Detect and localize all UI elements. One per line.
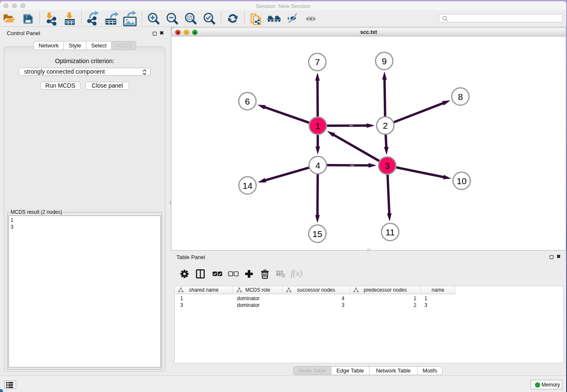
svg-text:7: 7 — [315, 57, 320, 67]
svg-text:14: 14 — [242, 181, 253, 190]
svg-text:4: 4 — [315, 160, 320, 170]
svg-text:1: 1 — [315, 121, 320, 131]
svg-text:8: 8 — [458, 92, 463, 102]
svg-text:15: 15 — [312, 229, 322, 239]
svg-text:3: 3 — [385, 161, 390, 171]
svg-text:6: 6 — [245, 97, 250, 106]
svg-text:2: 2 — [383, 121, 388, 130]
svg-text:10: 10 — [457, 176, 466, 186]
svg-text:11: 11 — [385, 227, 395, 237]
svg-text:9: 9 — [382, 56, 387, 66]
